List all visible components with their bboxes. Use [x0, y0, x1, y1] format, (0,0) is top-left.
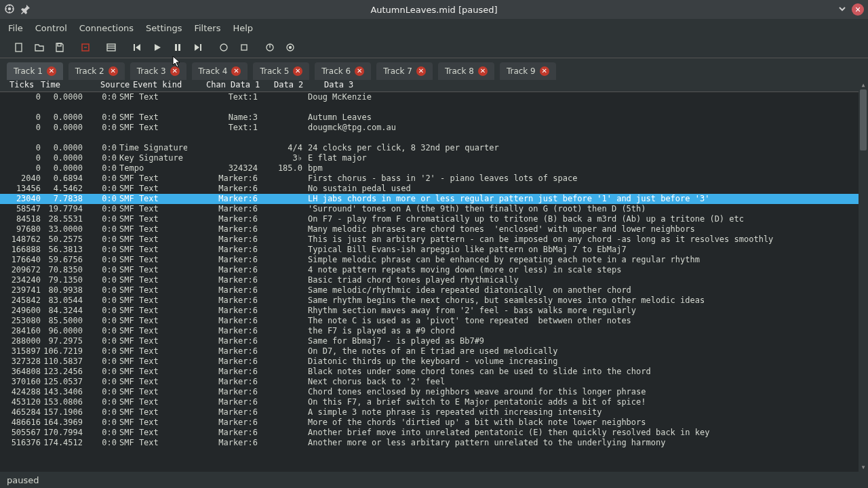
col-d3[interactable]: Data 3 — [321, 80, 868, 92]
svg-rect-18 — [241, 45, 247, 50]
table-row[interactable]: 453120153.08060:0SMF TextMarker:6On this… — [0, 397, 859, 407]
table-row[interactable]: 00.00000:0Key Signature3♭E flat major — [0, 153, 859, 163]
tab-close-icon[interactable]: ✕ — [540, 66, 549, 76]
col-d2[interactable]: Data 2 — [274, 80, 321, 92]
table-row[interactable]: 16688856.38130:0SMF TextMarker:6Typical … — [0, 245, 859, 255]
tab-track-3[interactable]: Track 3✕ — [130, 62, 186, 80]
pause-button[interactable] — [168, 38, 187, 57]
table-row[interactable]: 486616164.39690:0SMF TextMarker:6More of… — [0, 418, 859, 428]
pin-icon[interactable] — [20, 3, 31, 16]
svg-rect-7 — [58, 43, 61, 46]
col-source[interactable]: Source — [84, 80, 133, 92]
forward-button[interactable] — [189, 38, 208, 57]
col-d1[interactable]: Data 1 — [231, 80, 274, 92]
tab-close-icon[interactable]: ✕ — [170, 66, 180, 76]
table-row[interactable]: 00.00000:0SMF TextText:1Doug McKenzie — [0, 92, 859, 102]
tab-label: Track 4 — [199, 66, 228, 76]
loop-start-button[interactable] — [260, 38, 279, 57]
table-row[interactable]: 28416096.00000:0SMF TextMarker:6the F7 i… — [0, 326, 859, 336]
menu-help[interactable]: Help — [233, 23, 253, 33]
table-row[interactable]: 25308085.50000:0SMF TextMarker:6The note… — [0, 316, 859, 326]
statusbar: paused — [0, 472, 868, 488]
tab-track-5[interactable]: Track 5✕ — [253, 62, 309, 80]
titlebar: AutumnLeaves.mid [paused] ✕ — [0, 0, 868, 19]
table-row[interactable]: 24584283.05440:0SMF TextMarker:6Same rhy… — [0, 296, 859, 306]
table-row[interactable]: 20967270.83500:0SMF TextMarker:64 note p… — [0, 265, 859, 275]
table-body[interactable]: 00.00000:0SMF TextText:1Doug McKenzie00.… — [0, 92, 859, 472]
table-row[interactable]: 505567170.79940:0SMF TextMarker:6Another… — [0, 428, 859, 438]
svg-rect-16 — [200, 44, 201, 51]
table-row[interactable]: 28800097.29750:0SMF TextMarker:6Same for… — [0, 336, 859, 346]
svg-rect-13 — [134, 44, 135, 51]
play-button[interactable] — [148, 38, 167, 57]
table-row[interactable]: 24960084.32440:0SMF TextMarker:6Rhythm s… — [0, 306, 859, 316]
menu-control[interactable]: Control — [35, 23, 67, 33]
table-row[interactable]: 23974180.99380:0SMF TextMarker:6Same mel… — [0, 285, 859, 296]
col-ticks[interactable]: Ticks — [9, 80, 41, 92]
table-row[interactable]: 00.00000:0Time Signature4/424 clocks per… — [0, 143, 859, 153]
close-tab-button[interactable] — [76, 38, 95, 57]
loop-end-button[interactable] — [281, 38, 300, 57]
scrollbar[interactable]: ▴ ▾ — [859, 80, 868, 472]
app-menu-icon[interactable] — [4, 3, 15, 16]
record-button[interactable] — [214, 38, 233, 57]
scroll-thumb[interactable] — [860, 89, 867, 150]
table-row[interactable]: 370160125.05370:0SMF TextMarker:6Next ch… — [0, 377, 859, 387]
save-button[interactable] — [50, 38, 69, 57]
open-button[interactable] — [30, 38, 49, 57]
table-row[interactable]: 134564.54620:0SMF TextMarker:6No sustain… — [0, 184, 859, 194]
tab-track-9[interactable]: Track 9✕ — [500, 62, 556, 80]
table-row[interactable]: 17664059.67560:0SMF TextMarker:6Simple m… — [0, 255, 859, 265]
table-row[interactable]: 00.00000:0SMF TextText:1dougmck@tpg.com.… — [0, 123, 859, 133]
list-button[interactable] — [102, 38, 121, 57]
table-row[interactable]: 465284157.19060:0SMF TextMarker:6A simpl… — [0, 407, 859, 418]
table-row[interactable]: 9768033.00000:0SMF TextMarker:6Many melo… — [0, 224, 859, 235]
table-row[interactable]: 5854719.77940:0SMF TextMarker:6'Surround… — [0, 204, 859, 214]
tab-close-icon[interactable]: ✕ — [293, 66, 302, 76]
scroll-down-icon[interactable]: ▾ — [859, 462, 868, 472]
col-chan[interactable]: Chan — [206, 80, 231, 92]
table-row[interactable]: 20400.68940:0SMF TextMarker:6First choru… — [0, 174, 859, 184]
stop-button[interactable] — [235, 38, 254, 57]
table-row[interactable]: 327328110.58370:0SMF TextMarker:6Diatoni… — [0, 357, 859, 367]
status-label: paused — [7, 475, 39, 485]
col-kind[interactable]: Event kind — [133, 80, 206, 92]
close-icon[interactable]: ✕ — [852, 3, 864, 16]
new-button[interactable] — [9, 38, 28, 57]
tab-label: Track 7 — [383, 66, 412, 76]
tab-close-icon[interactable]: ✕ — [231, 66, 241, 76]
table-row[interactable]: 315897106.72190:0SMF TextMarker:6On D7, … — [0, 346, 859, 357]
minimize-icon[interactable] — [837, 3, 848, 16]
tab-track-2[interactable]: Track 2✕ — [68, 62, 125, 80]
col-time[interactable]: Time — [41, 80, 84, 92]
table-row[interactable]: 14876250.25750:0SMF TextMarker:6This is … — [0, 235, 859, 245]
tab-track-1[interactable]: Track 1✕ — [7, 62, 63, 80]
tab-track-8[interactable]: Track 8✕ — [438, 62, 494, 80]
tab-label: Track 8 — [445, 66, 474, 76]
tab-close-icon[interactable]: ✕ — [355, 66, 364, 76]
table-row[interactable]: 424288143.34060:0SMF TextMarker:6Chord t… — [0, 387, 859, 397]
tab-close-icon[interactable]: ✕ — [478, 66, 488, 76]
table-row[interactable]: 230407.78380:0SMF TextMarker:6LH jabs ch… — [0, 194, 859, 204]
menu-filters[interactable]: Filters — [194, 23, 220, 33]
table-row[interactable]: 516376174.45120:0SMF TextMarker:6Another… — [0, 438, 859, 448]
tab-close-icon[interactable]: ✕ — [47, 66, 56, 76]
rewind-button[interactable] — [127, 38, 146, 57]
tab-track-4[interactable]: Track 4✕ — [192, 62, 248, 80]
svg-rect-15 — [178, 44, 180, 51]
tab-track-7[interactable]: Track 7✕ — [376, 62, 433, 80]
tab-track-6[interactable]: Track 6✕ — [315, 62, 371, 80]
tab-label: Track 1 — [14, 66, 43, 76]
table-row[interactable]: 00.00000:0SMF TextName:3Autumn Leaves — [0, 113, 859, 123]
tab-close-icon[interactable]: ✕ — [416, 66, 426, 76]
menu-file[interactable]: File — [8, 23, 23, 33]
table-row[interactable]: 8451828.55310:0SMF TextMarker:6On F7 - p… — [0, 214, 859, 224]
menu-settings[interactable]: Settings — [146, 23, 182, 33]
tab-close-icon[interactable]: ✕ — [108, 66, 118, 76]
table-row[interactable]: 23424079.13500:0SMF TextMarker:6Basic tr… — [0, 275, 859, 285]
tab-label: Track 2 — [75, 66, 104, 76]
scroll-up-icon[interactable]: ▴ — [859, 80, 868, 89]
table-row[interactable]: 00.00000:0Tempo324324185.0bpm — [0, 163, 859, 174]
menu-connections[interactable]: Connections — [79, 23, 134, 33]
table-row[interactable]: 364808123.24560:0SMF TextMarker:6Black n… — [0, 367, 859, 377]
